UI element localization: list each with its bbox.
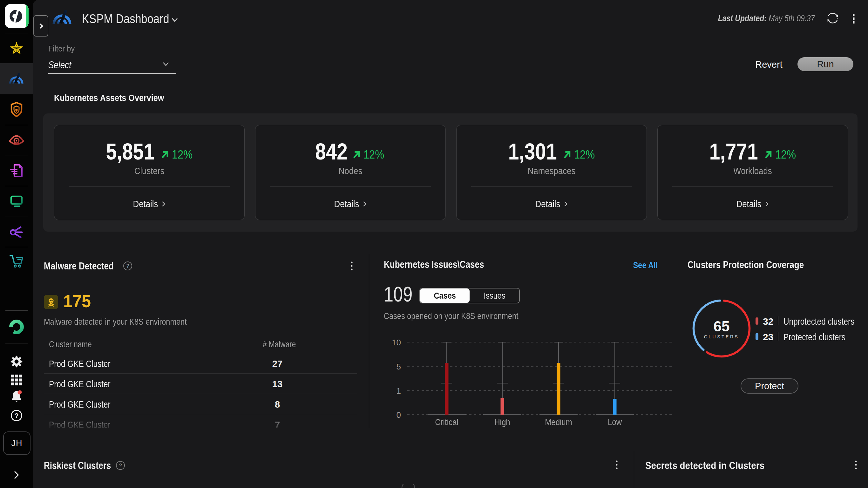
svg-text:?: ? <box>14 412 19 420</box>
svg-text:?: ? <box>119 463 122 468</box>
svg-text:CLUSTERS: CLUSTERS <box>704 334 739 339</box>
svg-text:?: ? <box>126 263 129 269</box>
svg-text:65: 65 <box>713 318 730 335</box>
